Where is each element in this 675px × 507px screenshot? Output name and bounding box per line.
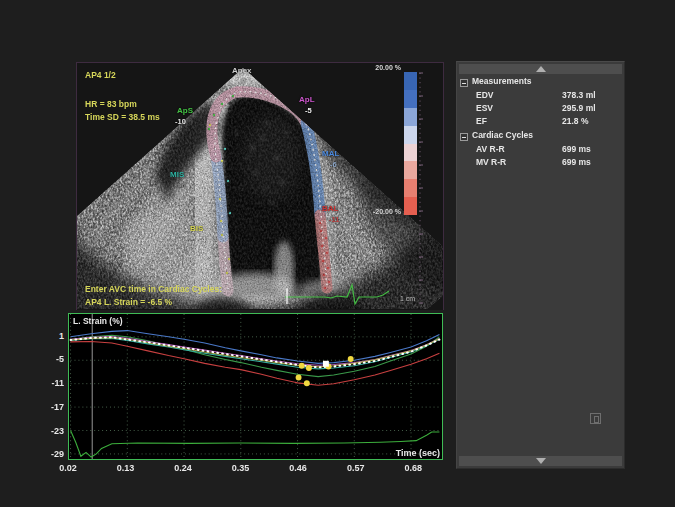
segment-label-apex: Apex [232, 66, 252, 75]
y-tick-label: 1 [40, 331, 64, 341]
x-tick-label: 0.35 [226, 463, 256, 473]
x-tick-label: 0.46 [283, 463, 313, 473]
y-tick-label: -29 [40, 449, 64, 459]
avc-prompt: Enter AVC time in Cardiac Cycles: [85, 284, 222, 294]
measurements-panel: Measurements EDV 378.3 ml ESV 295.9 ml E… [456, 61, 625, 469]
group-header-measurements[interactable]: Measurements [472, 76, 532, 86]
scroll-up-button[interactable] [459, 64, 622, 74]
scroll-up-icon [536, 66, 546, 72]
time-sd-readout: Time SD = 38.5 ms [85, 112, 160, 122]
y-tick-label: -11 [40, 378, 64, 388]
row-value-edv: 378.3 ml [562, 90, 596, 100]
collapse-icon-cardiac-cycles[interactable] [460, 133, 468, 141]
ultrasound-view[interactable]: AP4 1/2 HR = 83 bpm Time SD = 38.5 ms En… [76, 62, 444, 310]
panel-grip-icon[interactable] [590, 413, 601, 424]
scroll-down-icon [536, 458, 546, 464]
x-tick-label: 0.02 [53, 463, 83, 473]
colorbar-step [404, 144, 417, 162]
x-tick-label: 0.24 [168, 463, 198, 473]
strain-colorbar [404, 72, 417, 215]
strain-chart: 1-5-11-17-23-29 0.020.130.240.350.460.57… [40, 310, 470, 485]
peak-marker [296, 374, 302, 380]
application-window: AP4 1/2 HR = 83 bpm Time SD = 38.5 ms En… [0, 0, 675, 507]
segment-label-bis: BIS [190, 224, 203, 233]
row-value-av-rr: 699 ms [562, 144, 591, 154]
row-label-esv[interactable]: ESV [476, 103, 493, 113]
scroll-down-button[interactable] [459, 456, 622, 466]
x-tick-label: 0.57 [341, 463, 371, 473]
x-tick-label: 0.13 [111, 463, 141, 473]
segment-label-apl: ApL [299, 95, 315, 104]
colorbar-step [404, 126, 417, 144]
colorbar-max-label: 20.00 % [317, 64, 401, 71]
segment-value-mis: -6 [179, 181, 186, 190]
row-label-edv[interactable]: EDV [476, 90, 493, 100]
scale-label: 1 cm [400, 295, 415, 302]
group-header-cardiac-cycles[interactable]: Cardiac Cycles [472, 130, 533, 140]
segment-label-aps: ApS [177, 106, 193, 115]
colorbar-step [404, 179, 417, 197]
colorbar-step [404, 90, 417, 108]
y-tick-label: -5 [40, 354, 64, 364]
segment-value-apex: -7 [239, 77, 246, 86]
peak-marker [306, 365, 312, 371]
row-label-mv-rr[interactable]: MV R-R [476, 157, 506, 167]
collapse-icon-measurements[interactable] [460, 79, 468, 87]
segment-label-mis: MIS [170, 170, 184, 179]
segment-value-bal: -11 [329, 215, 339, 224]
segment-value-apl: -5 [305, 106, 312, 115]
colorbar-step [404, 72, 417, 90]
chart-title: L. Strain (%) [73, 316, 123, 326]
strain-curve-MIS [71, 335, 440, 376]
segment-value-bis: -4 [199, 235, 206, 244]
colorbar-step [404, 161, 417, 179]
peak-marker [299, 363, 305, 369]
avc-marker [323, 361, 329, 367]
strain-plot-area[interactable] [68, 313, 443, 460]
row-label-ef[interactable]: EF [476, 116, 487, 126]
segment-label-mal: MAL [322, 149, 339, 158]
row-value-esv: 295.9 ml [562, 103, 596, 113]
colorbar-step [404, 108, 417, 126]
colorbar-step [404, 197, 417, 215]
colorbar-min-label: -20.00 % [317, 208, 401, 215]
y-tick-label: -23 [40, 426, 64, 436]
x-axis-label: Time (sec) [340, 448, 440, 458]
segment-value-mal: -6 [330, 160, 337, 169]
x-tick-label: 0.68 [398, 463, 428, 473]
peak-marker [348, 356, 354, 362]
view-title: AP4 1/2 [85, 70, 116, 80]
segment-value-aps: -10 [175, 117, 186, 126]
hr-readout: HR = 83 bpm [85, 99, 137, 109]
row-label-av-rr[interactable]: AV R-R [476, 144, 505, 154]
row-value-ef: 21.8 % [562, 116, 588, 126]
strain-curve-BIS [71, 338, 440, 367]
row-value-mv-rr: 699 ms [562, 157, 591, 167]
peak-marker [304, 380, 310, 386]
y-tick-label: -17 [40, 402, 64, 412]
strain-readout: AP4 L. Strain = -6.5 % [85, 297, 172, 307]
